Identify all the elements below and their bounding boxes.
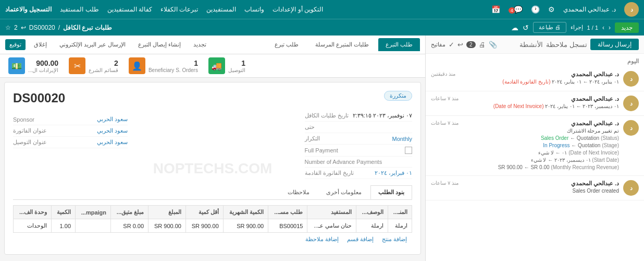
nav-link-beneficiary-request[interactable]: طلب المستفيد (60, 6, 98, 13)
form-left: متكررة ٠٧ نوفمبر، ٢٠٢٣ ٢:٣٩:١٥ تاريخ طلب… (305, 91, 412, 179)
stat-delivery-num: 1 (228, 59, 245, 67)
chat-content-3: د. عبدالحي المحمدي منذ ٧ ساعات تم تغيير … (431, 120, 619, 171)
chat-time-1: منذ دقيقتين (431, 71, 455, 78)
col-qty: الكمية (52, 206, 76, 219)
cell-campaign (76, 219, 111, 233)
nav-link-sponsor-guarantee[interactable]: كفالة المستفيدين (107, 6, 152, 13)
favorites-icon[interactable]: ☆ (5, 24, 11, 31)
calendar-icon[interactable]: 📅 (491, 5, 500, 14)
next-invoice-label: تاريخ الفاتورة القادمة (305, 170, 354, 176)
recurring-badge: متكررة (384, 91, 412, 101)
bottom-tabs: بنود الطلب معلومات أخرى ملاحظات (13, 185, 412, 200)
renew-button[interactable]: تجديد (189, 39, 210, 50)
new-button[interactable]: جديد (615, 22, 639, 33)
nav-link-register[interactable]: التسجيل والاعتماد (5, 6, 52, 13)
check-icon[interactable]: ✓ (449, 41, 454, 49)
back-sidebar-icon[interactable]: ↩ (457, 41, 463, 49)
stat-beneficiary[interactable]: 1 Beneficiary S. Orders 👤 (129, 57, 198, 74)
nav-prev-icon[interactable]: ‹ (609, 24, 611, 31)
nav-link-sponsors-donations[interactable]: تبرعات الكفلاء (160, 6, 198, 13)
form-row-delivery-address: سعود الحربي عنوان التوصيل (13, 137, 128, 148)
chat-icon[interactable]: 💬 (514, 5, 523, 14)
stat-beneficiary-label: Beneficiary S. Orders (148, 67, 198, 73)
form-row-next-invoice: ٠١ فبراير، ٢٠٢٤ تاريخ الفاتورة القادمة (305, 168, 412, 179)
send-email-button[interactable]: الإرسال عبر البريد الإلكتروني (55, 39, 130, 50)
back-count: 2 (14, 24, 18, 31)
full-payment-checkbox[interactable] (405, 147, 412, 154)
printer-sidebar-icon[interactable]: 🖨 (479, 41, 486, 49)
add-product-button[interactable]: إضافة منتج (382, 236, 407, 243)
create-receipt-button[interactable]: إنشاء إيصال التبرع (134, 39, 185, 50)
invoice-address-label: عنوان الفاتورة (13, 127, 47, 134)
cell-min-qty: 900.00 SR (185, 219, 223, 233)
tab-sent-requests[interactable]: طلبات المتبرع المرسلة (308, 38, 376, 51)
full-payment-label: Full Payment (305, 147, 338, 153)
coupon-icon: ✂ (69, 57, 85, 74)
cell-unit: الوحدات (14, 219, 52, 233)
chat-sub-3a: تم تغيير مرحلة الاشتراك (431, 128, 619, 134)
add-note-button[interactable]: إضافة ملاحظة (305, 236, 339, 243)
form-title: DS00020 (13, 91, 128, 105)
chat-name-4: د. عبدالحي المحمدي (571, 180, 619, 187)
nav-link-beneficiaries[interactable]: المستفيدين (206, 6, 236, 13)
activities-button[interactable]: الأنشطة (519, 41, 543, 49)
advance-label: Number of Advance Payments (305, 159, 382, 165)
table-row[interactable]: ارملة ارملة حنان سامي عـ... BS00015 900.… (14, 219, 412, 233)
log-note-button[interactable]: تسجل ملاحظة (546, 41, 587, 49)
sponsor-value[interactable]: سعود الحربي (97, 116, 128, 123)
col-desc: الوصف... (356, 206, 388, 219)
stat-revenue[interactable]: 900.00 الإيرادات ال... 💵 (8, 57, 58, 74)
cell-amount2: 0.00 SR (111, 219, 148, 233)
stat-coupons[interactable]: 2 قسائم الشرع ✂ (69, 57, 118, 74)
add-section-button[interactable]: إضافة قسم (347, 236, 374, 243)
sponsor-label: Sponsor (13, 116, 34, 123)
nav-link-whatsapp[interactable]: واتساب (244, 6, 264, 13)
chat-header-1: د. عبدالحي المحمدي منذ دقيقتين (431, 71, 619, 78)
invoice-address-value[interactable]: سعود الحربي (97, 127, 128, 134)
form-row-sponsor: سعود الحربي Sponsor (13, 114, 128, 125)
cell-desc: ارملة (356, 219, 388, 233)
pagination: 1 / 1 (587, 25, 598, 31)
bottom-tab-notes[interactable]: ملاحظات (280, 185, 317, 199)
chat-header-2: د. عبدالحي المحمدي منذ ٧ ساعات (431, 96, 619, 102)
form-row-advance: Number of Advance Payments (305, 157, 412, 168)
sign-button[interactable]: توقيع (5, 39, 26, 50)
order-lines-table: المنـ... الوصف... المستفيد طلب مسـ... ال… (13, 205, 412, 233)
stat-revenue-num: 900.00 (28, 59, 58, 67)
stat-delivery[interactable]: 1 التوصيل 🚚 (208, 57, 245, 74)
cloud-icon[interactable]: ☁ (511, 23, 518, 32)
tab-donation-request[interactable]: طلب التبرع (378, 38, 420, 51)
send-message-button[interactable]: إرسال رسالة (590, 39, 639, 50)
sidebar: إرسال رسالة تسجل ملاحظة الأنشطة 📎 🖨 2 ↩ … (425, 35, 644, 261)
sub-navigation: جديد ‹ › 1 / 1 إجراء 🖨 طباعة ↺ ☁ طلبات ت… (0, 19, 644, 35)
paperclip-icon[interactable]: 📎 (489, 41, 497, 49)
tab-donation[interactable]: طلب تبرع (267, 38, 306, 51)
cell-amount: 900.00 SR (148, 219, 186, 233)
bottom-tab-order-lines[interactable]: بنود الطلب (370, 185, 412, 199)
chat-header-4: د. عبدالحي المحمدي منذ ٧ ساعات (431, 180, 619, 187)
stat-beneficiary-text: 1 Beneficiary S. Orders (148, 59, 198, 73)
chat-sub-1: ٠١ يناير، ٢٠٢٤ ← ٠١ يناير، ٢٠٢٤ (تاريخ ا… (431, 79, 619, 85)
clock-icon[interactable]: 🕐 (531, 5, 540, 14)
refresh-icon[interactable]: ↺ (523, 23, 529, 32)
delivery-icon: 🚚 (208, 57, 225, 74)
next-invoice-value: ٠١ فبراير، ٢٠٢٤ (375, 170, 412, 176)
notification-container: 💬 4 (509, 5, 523, 14)
close-button[interactable]: إغلاق (30, 39, 51, 50)
nav-link-settings[interactable]: التكوين أو الإعدادات (273, 6, 323, 13)
col-monthly-qty: الكمية الشهرية (223, 206, 268, 219)
chat-content-1: د. عبدالحي المحمدي منذ دقيقتين ٠١ يناير،… (431, 71, 619, 86)
delivery-address-value[interactable]: سعود الحربي (97, 139, 128, 146)
form-row-recurrence: Monthly التكرار (305, 133, 412, 145)
settings-icon[interactable]: ⚙ (548, 5, 555, 14)
bottom-tab-other-info[interactable]: معلومات أخرى (318, 185, 369, 199)
cell-id: ارملة (388, 219, 412, 233)
table-add-row: إضافة منتج إضافة قسم إضافة ملاحظة (13, 233, 412, 246)
stat-delivery-text: 1 التوصيل (228, 59, 245, 73)
nav-next-icon[interactable]: › (602, 24, 604, 31)
print-button[interactable]: 🖨 طباعة (533, 22, 566, 33)
back-icon[interactable]: ↩ (21, 24, 26, 31)
tab-actions: تجديد إنشاء إيصال التبرع الإرسال عبر الب… (5, 39, 210, 50)
form-area: متكررة ٠٧ نوفمبر، ٢٠٢٣ ٢:٣٩:١٥ تاريخ طلب… (4, 82, 421, 255)
date-label: تاريخ طلبات الكافل (305, 112, 349, 119)
